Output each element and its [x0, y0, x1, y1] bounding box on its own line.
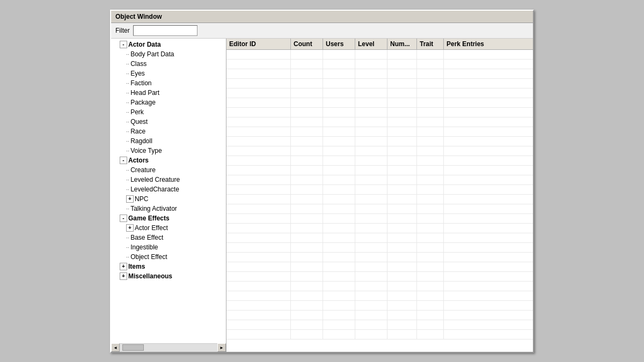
tree-item-ingestible[interactable]: ·· Ingestible	[111, 242, 226, 252]
grid-row[interactable]	[226, 262, 533, 272]
grid-cell	[417, 320, 444, 329]
grid-row[interactable]	[226, 224, 533, 233]
grid-cell	[291, 262, 323, 271]
grid-cell	[226, 69, 291, 78]
tree-label-voice-type: Voice Type	[130, 147, 162, 154]
tree-item-body-part-data[interactable]: ·· Body Part Data	[111, 49, 226, 59]
grid-cell	[444, 253, 533, 262]
grid-row[interactable]	[226, 69, 533, 79]
tree-item-head-part[interactable]: ·· Head Part	[111, 88, 226, 98]
tree-item-eyes[interactable]: ·· Eyes	[111, 69, 226, 78]
tree-item-creature[interactable]: ·· Creature	[111, 165, 226, 175]
grid-row[interactable]	[226, 117, 533, 127]
col-header-users[interactable]: Users	[323, 39, 355, 49]
col-header-num[interactable]: Num...	[387, 39, 417, 49]
tree-label-talking-activator: Talking Activator	[130, 205, 177, 212]
tree-label-base-effect: Base Effect	[130, 234, 163, 241]
grid-row[interactable]	[226, 127, 533, 137]
grid-cell	[355, 185, 387, 194]
grid-cell	[355, 204, 387, 213]
grid-row[interactable]	[226, 50, 533, 60]
collapse-icon-actors[interactable]: -	[120, 157, 127, 164]
tree-item-package[interactable]: ·· Package	[111, 98, 226, 107]
tree-item-actors[interactable]: - Actors	[111, 156, 226, 165]
grid-row[interactable]	[226, 320, 533, 330]
collapse-icon-actor-data[interactable]: -	[120, 41, 127, 48]
grid-row[interactable]	[226, 156, 533, 166]
tree-item-object-effect[interactable]: ·· Object Effect	[111, 252, 226, 262]
tree-label-perk: Perk	[130, 108, 144, 116]
grid-row[interactable]	[226, 272, 533, 282]
grid-cell	[291, 108, 323, 117]
tree-item-base-effect[interactable]: ·· Base Effect	[111, 233, 226, 242]
grid-row[interactable]	[226, 243, 533, 253]
tree-item-game-effects[interactable]: - Game Effects	[111, 213, 226, 223]
hscroll-thumb[interactable]	[122, 344, 144, 351]
tree-label-package: Package	[130, 99, 156, 106]
tree-item-leveled-character[interactable]: ·· LeveledCharacte	[111, 184, 226, 194]
expand-icon-npc[interactable]: +	[126, 195, 134, 203]
tree-item-voice-type[interactable]: ·· Voice Type	[111, 146, 226, 156]
tree-item-ragdoll[interactable]: ·· Ragdoll	[111, 136, 226, 146]
tree-item-race[interactable]: ·· Race	[111, 127, 226, 136]
expand-icon-miscellaneous[interactable]: +	[120, 272, 127, 280]
grid-row[interactable]	[226, 79, 533, 88]
grid-row[interactable]	[226, 60, 533, 69]
grid-row[interactable]	[226, 214, 533, 224]
tree-item-actor-data[interactable]: - Actor Data	[111, 40, 226, 49]
grid-cell	[355, 98, 387, 107]
tree-label-race: Race	[130, 128, 145, 135]
grid-row[interactable]	[226, 282, 533, 291]
tree-item-perk[interactable]: ·· Perk	[111, 107, 226, 117]
tree-item-talking-activator[interactable]: ·· Talking Activator	[111, 204, 226, 213]
grid-cell	[417, 127, 444, 136]
grid-cell	[323, 146, 355, 156]
grid-row[interactable]	[226, 204, 533, 214]
tree-item-miscellaneous[interactable]: + Miscellaneous	[111, 271, 226, 281]
grid-cell	[387, 185, 417, 194]
hscroll-left-button[interactable]: ◄	[111, 343, 120, 352]
col-header-trait[interactable]: Trait	[417, 39, 444, 49]
grid-cell	[226, 117, 291, 127]
grid-row[interactable]	[226, 175, 533, 185]
tree-container[interactable]: - Actor Data ·· Body Part Data ·· Class	[111, 39, 226, 343]
grid-row[interactable]	[226, 146, 533, 156]
tree-label-body-part-data: Body Part Data	[130, 50, 174, 58]
grid-cell	[323, 79, 355, 88]
col-header-perk-entries[interactable]: Perk Entries	[444, 39, 533, 49]
tree-label-ragdoll: Ragdoll	[130, 137, 152, 145]
tree-item-items[interactable]: + Items	[111, 262, 226, 271]
grid-cell	[355, 301, 387, 310]
filter-input[interactable]	[133, 25, 197, 36]
col-header-count[interactable]: Count	[291, 39, 323, 49]
expand-icon-items[interactable]: +	[120, 263, 127, 270]
grid-row[interactable]	[226, 166, 533, 175]
collapse-icon-game-effects[interactable]: -	[120, 215, 127, 222]
col-header-level[interactable]: Level	[355, 39, 387, 49]
hscroll-right-button[interactable]: ►	[217, 343, 226, 352]
grid-row[interactable]	[226, 301, 533, 311]
tree-item-quest[interactable]: ·· Quest	[111, 117, 226, 127]
grid-row[interactable]	[226, 233, 533, 243]
grid-cell	[444, 272, 533, 281]
tree-item-leveled-creature[interactable]: ·· Leveled Creature	[111, 175, 226, 184]
grid-row[interactable]	[226, 195, 533, 204]
grid-row[interactable]	[226, 108, 533, 117]
grid-row[interactable]	[226, 137, 533, 146]
grid-cell	[387, 311, 417, 320]
tree-item-class[interactable]: ·· Class	[111, 59, 226, 69]
grid-row[interactable]	[226, 253, 533, 262]
grid-cell	[226, 233, 291, 242]
expand-icon-actor-effect[interactable]: +	[126, 224, 134, 232]
grid-row[interactable]	[226, 330, 533, 339]
grid-row[interactable]	[226, 98, 533, 108]
grid-row[interactable]	[226, 311, 533, 320]
grid-row[interactable]	[226, 291, 533, 301]
tree-item-faction[interactable]: ·· Faction	[111, 78, 226, 88]
hscroll-track[interactable]	[120, 344, 217, 352]
grid-row[interactable]	[226, 185, 533, 195]
col-header-editor-id[interactable]: Editor ID	[226, 39, 291, 49]
tree-item-npc[interactable]: + NPC	[111, 194, 226, 204]
tree-item-actor-effect[interactable]: + Actor Effect	[111, 223, 226, 233]
grid-row[interactable]	[226, 88, 533, 98]
